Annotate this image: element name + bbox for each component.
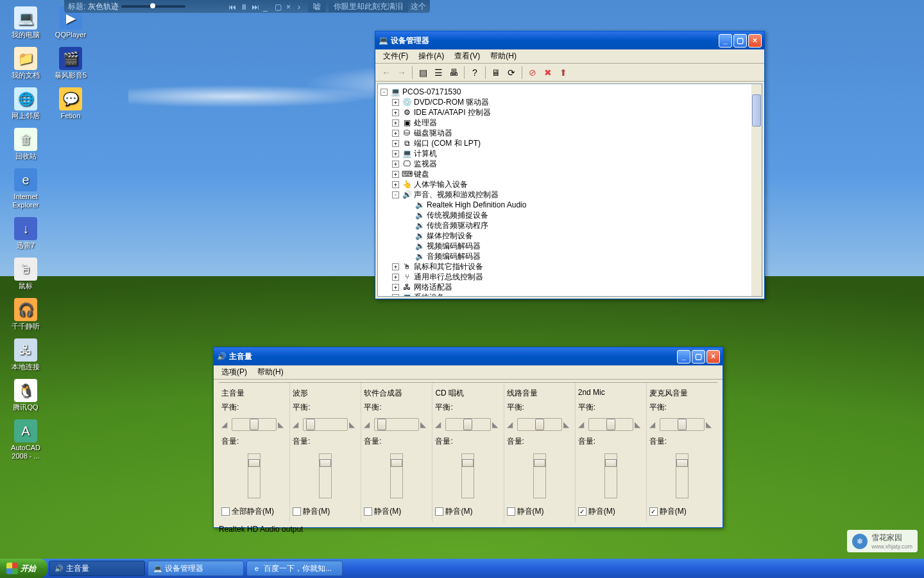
taskbar-item[interactable]: e百度一下，你就知... <box>246 561 343 576</box>
tree-root[interactable]: -💻PCOS-07171530 <box>379 87 760 97</box>
expand-icon[interactable]: + <box>392 109 399 116</box>
expand-icon[interactable] <box>405 212 412 219</box>
menu-item[interactable]: 操作(A) <box>413 49 449 63</box>
tree-sound-child[interactable]: 🔉传统视频捕捉设备 <box>379 210 760 220</box>
menu-item[interactable]: 选项(P) <box>216 365 252 379</box>
player-progress[interactable] <box>121 5 185 8</box>
taskbar-item[interactable]: 💻设备管理器 <box>148 561 244 576</box>
balance-slider[interactable] <box>445 418 490 431</box>
close-icon[interactable]: × <box>286 3 294 10</box>
expand-icon[interactable] <box>405 232 412 240</box>
balance-thumb[interactable] <box>463 419 472 430</box>
tree-sound-child[interactable]: 🔉传统音频驱动程序 <box>379 220 760 231</box>
uninstall-icon[interactable]: ✖ <box>541 66 555 80</box>
expand-icon[interactable] <box>405 222 412 229</box>
expand-icon[interactable]: - <box>392 191 399 198</box>
balance-slider[interactable] <box>588 418 633 431</box>
tree-item[interactable]: +🖱鼠标和其它指针设备 <box>379 261 760 272</box>
tree-item[interactable]: +⚙IDE ATA/ATAPI 控制器 <box>379 107 760 118</box>
desktop-icon-recycle-bin[interactable]: 🗑回收站 <box>5 128 46 161</box>
expand-icon[interactable]: + <box>392 140 399 147</box>
tree-sound[interactable]: -🔊声音、视频和游戏控制器 <box>379 189 760 200</box>
volume-thumb[interactable] <box>534 459 545 467</box>
start-button[interactable]: 开始 <box>0 559 47 578</box>
desktop-icon-mouse[interactable]: 🖱鼠标 <box>5 258 46 290</box>
refresh-icon[interactable]: ⟳ <box>504 66 518 80</box>
tree-item[interactable]: +⑂通用串行总线控制器 <box>379 272 760 282</box>
menu-item[interactable]: 文件(F) <box>378 49 413 63</box>
taskbar-item[interactable]: 🔊主音量 <box>49 561 145 576</box>
expand-icon[interactable]: + <box>392 119 399 127</box>
menu-item[interactable]: 帮助(H) <box>485 49 522 63</box>
tree-item[interactable]: +⧉端口 (COM 和 LPT) <box>379 138 760 148</box>
view-icon[interactable]: ▤ <box>416 66 430 80</box>
balance-thumb[interactable] <box>377 419 386 430</box>
next-icon[interactable]: ⏭ <box>252 3 259 10</box>
mute-checkbox[interactable] <box>435 507 443 516</box>
pause-icon[interactable]: ⏸ <box>240 3 248 10</box>
tree-item[interactable]: +👆人体学输入设备 <box>379 179 760 189</box>
volume-thumb[interactable] <box>248 459 260 467</box>
mute-checkbox[interactable] <box>293 507 301 516</box>
devmgr-titlebar[interactable]: 💻 设备管理器 _ ▢ × <box>375 31 764 49</box>
scroll-thumb[interactable] <box>752 94 761 127</box>
volume-thumb[interactable] <box>320 459 331 467</box>
volume-slider[interactable] <box>319 453 332 498</box>
volume-thumb[interactable] <box>462 459 474 467</box>
volume-thumb[interactable] <box>676 459 688 467</box>
mute-checkbox[interactable]: ✓ <box>649 507 658 516</box>
restore-icon[interactable]: ▢ <box>275 3 282 10</box>
expand-icon[interactable]: › <box>298 3 305 10</box>
expand-icon[interactable]: + <box>392 294 399 297</box>
balance-slider[interactable] <box>303 418 348 431</box>
tree-item[interactable]: +🖵监视器 <box>379 159 760 169</box>
expand-icon[interactable]: + <box>392 161 399 168</box>
balance-thumb[interactable] <box>535 419 544 430</box>
volume-slider[interactable] <box>604 453 617 498</box>
desktop-icon-local-connection[interactable]: 🖧本地连接 <box>5 338 46 371</box>
tree-item[interactable]: +💿DVD/CD-ROM 驱动器 <box>379 97 760 107</box>
menu-item[interactable]: 帮助(H) <box>252 365 289 379</box>
desktop-icon-my-computer[interactable]: 💻我的电脑 <box>5 6 46 39</box>
expand-icon[interactable]: + <box>392 99 399 106</box>
expand-icon[interactable] <box>405 202 412 209</box>
mute-checkbox[interactable] <box>221 507 230 516</box>
mute-checkbox[interactable] <box>507 507 515 516</box>
expand-icon[interactable]: + <box>392 263 399 270</box>
scan-icon[interactable]: 🖥 <box>489 66 503 80</box>
volume-slider[interactable] <box>533 453 546 498</box>
desktop-icon-qianqian[interactable]: 🎧千千静听 <box>5 298 46 331</box>
desktop-icon-internet-explorer[interactable]: eInternet Explorer <box>5 168 46 209</box>
prev-icon[interactable]: ⏮ <box>228 3 236 10</box>
minimize-icon[interactable]: _ <box>263 3 271 10</box>
tree-sound-child[interactable]: 🔉媒体控制设备 <box>379 231 760 241</box>
desktop-icon-network-places[interactable]: 🌐网上邻居 <box>5 87 46 120</box>
help-icon[interactable]: ? <box>468 66 482 80</box>
desktop-icon-tencent-qq[interactable]: 🐧腾讯QQ <box>5 379 46 412</box>
expand-icon[interactable]: + <box>392 284 399 291</box>
close-button[interactable]: × <box>748 34 762 48</box>
tree-item[interactable]: +💻计算机 <box>379 148 760 159</box>
balance-slider[interactable] <box>232 418 277 431</box>
expand-icon[interactable]: + <box>392 171 399 178</box>
expand-icon[interactable]: + <box>392 274 399 281</box>
minimize-button[interactable]: _ <box>719 34 732 48</box>
expand-icon[interactable] <box>405 253 412 260</box>
expand-icon[interactable]: + <box>392 181 399 188</box>
tree-item[interactable]: +⌨键盘 <box>379 169 760 179</box>
balance-thumb[interactable] <box>606 419 615 430</box>
volume-slider[interactable] <box>390 453 403 498</box>
volume-thumb[interactable] <box>605 459 617 467</box>
expand-icon[interactable]: + <box>392 150 399 157</box>
tree-item[interactable]: +▣处理器 <box>379 118 760 128</box>
mute-checkbox[interactable] <box>364 507 372 516</box>
maximize-button[interactable]: ▢ <box>692 350 705 363</box>
balance-slider[interactable] <box>374 418 419 431</box>
menu-item[interactable]: 查看(V) <box>449 49 485 63</box>
minimize-button[interactable]: _ <box>677 350 690 363</box>
expand-icon[interactable] <box>405 243 412 250</box>
balance-thumb[interactable] <box>250 419 259 430</box>
properties-icon[interactable]: ☰ <box>431 66 445 80</box>
tree-item[interactable]: +🖧网络适配器 <box>379 282 760 292</box>
scrollbar[interactable] <box>751 84 762 296</box>
